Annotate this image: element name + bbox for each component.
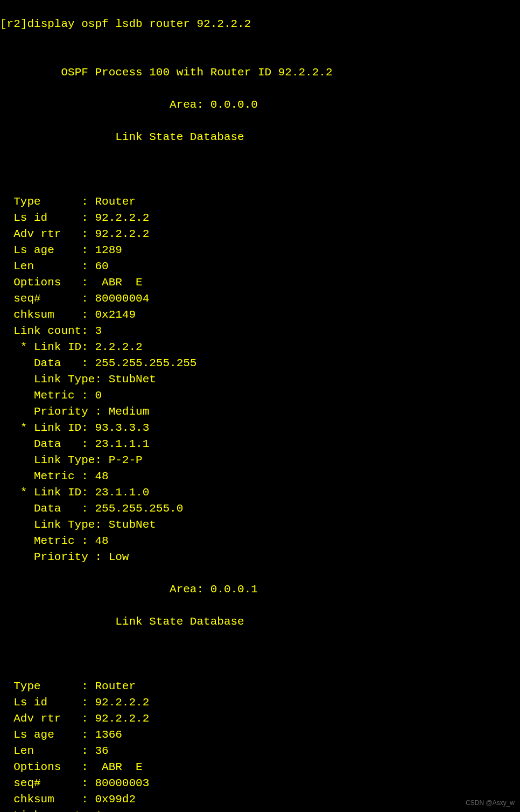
kv-line: Type : Router (0, 194, 520, 210)
kv-line: chksum : 0x2149 (0, 307, 520, 323)
kv-line: Options : ABR E (0, 759, 520, 775)
kv-line: Adv rtr : 92.2.2.2 (0, 226, 520, 242)
header-area-0: Area: 0.0.0.0 (0, 97, 520, 113)
kv-line: Ls age : 1366 (0, 727, 520, 743)
blank-line (0, 50, 7, 62)
link-kv-line: Metric : 48 (0, 468, 520, 485)
kv-line: seq# : 80000003 (0, 775, 520, 792)
link-kv-line: Priority : Low (0, 549, 520, 565)
kv-line: Ls id : 92.2.2.2 (0, 210, 520, 226)
link-kv-line: Priority : Medium (0, 404, 520, 420)
kv-line: Ls age : 1289 (0, 242, 520, 258)
link-kv-line: Metric : 0 (0, 388, 520, 404)
kv-line: seq# : 80000004 (0, 291, 520, 307)
kv-line: Len : 36 (0, 743, 520, 759)
kv-line: chksum : 0x99d2 (0, 792, 520, 808)
link-kv-line: Link Type: StubNet (0, 372, 520, 388)
link-kv-line: Link Type: StubNet (0, 517, 520, 533)
kv-line: Link count: 3 (0, 323, 520, 339)
db-label: Link State Database (115, 131, 244, 143)
kv-line: Len : 60 (0, 258, 520, 275)
db-label: Link State Database (115, 615, 244, 628)
command-text: display ospf lsdb router 92.2.2.2 (27, 18, 251, 30)
kv-line: Options : ABR E (0, 275, 520, 291)
header-area-1: Area: 0.0.0.1 (0, 582, 520, 598)
kv-line: Ls id : 92.2.2.2 (0, 695, 520, 711)
link-kv-line: Data : 23.1.1.1 (0, 436, 520, 452)
blank-line (0, 648, 7, 660)
link-kv-line: Data : 255.255.255.255 (0, 355, 520, 372)
area-label: Area: 0.0.0.1 (170, 583, 258, 596)
link-kv-line: Metric : 48 (0, 533, 520, 549)
terminal-output: [r2]display ospf lsdb router 92.2.2.2 OS… (0, 0, 520, 812)
link-kv-line: * Link ID: 23.1.1.0 (0, 485, 520, 501)
area-label: Area: 0.0.0.0 (170, 99, 258, 111)
prompt-host: [r2] (0, 18, 27, 30)
kv-line: Type : Router (0, 678, 520, 695)
kv-line: Link count: 1 (0, 808, 520, 812)
prompt-line[interactable]: [r2]display ospf lsdb router 92.2.2.2 (0, 16, 520, 32)
link-kv-line: * Link ID: 2.2.2.2 (0, 339, 520, 355)
header-line: OSPF Process 100 with Router ID 92.2.2.2 (0, 65, 520, 81)
link-kv-line: * Link ID: 93.3.3.3 (0, 420, 520, 436)
link-kv-line: Data : 255.255.255.0 (0, 501, 520, 517)
header-db-0: Link State Database (0, 129, 520, 145)
link-kv-line: Link Type: P-2-P (0, 452, 520, 468)
blank-line (0, 664, 7, 676)
lsa-block-1: Type : Router Ls id : 92.2.2.2 Adv rtr :… (0, 678, 520, 812)
header-process: OSPF Process 100 with Router ID 92.2.2.2 (61, 66, 332, 79)
kv-line: Adv rtr : 92.2.2.2 (0, 711, 520, 727)
lsa-block-0: Type : Router Ls id : 92.2.2.2 Adv rtr :… (0, 194, 520, 565)
blank-line (0, 163, 7, 176)
blank-line (0, 179, 7, 192)
header-db-1: Link State Database (0, 614, 520, 630)
